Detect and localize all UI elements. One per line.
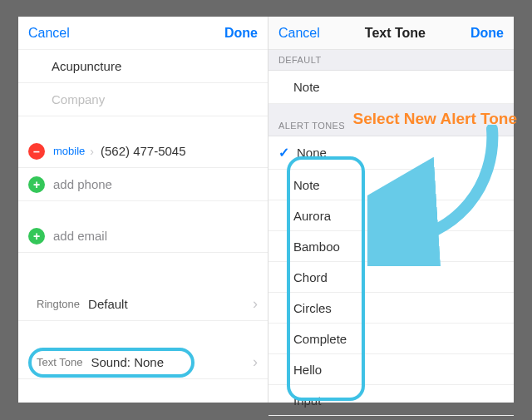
section-header-default: DEFAULT: [268, 50, 514, 71]
tone-row[interactable]: Note: [268, 170, 514, 200]
contact-name-field[interactable]: Acupuncture: [18, 50, 268, 83]
tone-row-selected[interactable]: ✓ None: [268, 136, 514, 170]
tone-row[interactable]: Circles: [268, 293, 514, 324]
remove-icon[interactable]: –: [28, 143, 45, 160]
texttone-value: Sound: None: [91, 355, 164, 369]
tone-label: Input: [293, 393, 321, 408]
ringtone-label: Ringtone: [37, 298, 80, 310]
page-title: Text Tone: [365, 26, 426, 41]
phone-type[interactable]: mobile: [53, 145, 85, 157]
ringtone-value: Default: [88, 297, 128, 311]
phone-number[interactable]: (562) 477-5045: [101, 144, 186, 158]
checkmark-icon: ✓: [275, 145, 292, 161]
tone-row[interactable]: Aurora: [268, 200, 514, 231]
chevron-right-icon: ›: [253, 353, 258, 371]
tone-row[interactable]: Input: [268, 385, 514, 416]
tone-row[interactable]: Complete: [268, 324, 514, 354]
chevron-right-icon: ›: [90, 145, 94, 158]
add-email-label: add email: [53, 229, 107, 243]
add-icon: +: [28, 176, 45, 193]
texttone-row[interactable]: Text Tone Sound: None ›: [18, 346, 268, 379]
tone-row[interactable]: Bamboo: [268, 231, 514, 262]
tone-label: Note: [293, 178, 320, 192]
default-tone: Note: [293, 80, 320, 94]
done-button[interactable]: Done: [470, 26, 504, 41]
tone-label: Chord: [293, 270, 328, 284]
tone-row[interactable]: Chord: [268, 262, 514, 293]
cancel-button[interactable]: Cancel: [28, 26, 70, 41]
add-phone-row[interactable]: + add phone: [18, 168, 268, 201]
tone-label: Bamboo: [293, 240, 340, 254]
done-button[interactable]: Done: [224, 26, 258, 41]
add-email-row[interactable]: + add email: [18, 220, 268, 253]
add-icon: +: [28, 228, 45, 245]
navbar-right: Cancel Text Tone Done: [268, 17, 514, 50]
contact-name: Acupuncture: [52, 59, 121, 73]
tone-label: Circles: [293, 301, 332, 315]
ringtone-row[interactable]: Ringtone Default ›: [18, 288, 268, 321]
contact-edit-pane: Cancel Done Acupuncture Company – mobile…: [18, 17, 268, 403]
phone-row[interactable]: – mobile › (562) 477-5045: [18, 135, 268, 168]
default-tone-row[interactable]: Note: [268, 71, 514, 104]
company-placeholder: Company: [52, 92, 105, 106]
tone-label: Complete: [293, 332, 347, 346]
section-header-alert: ALERT TONES: [268, 104, 514, 136]
tone-label: Hello: [293, 363, 322, 377]
tone-label: None: [297, 146, 327, 160]
tone-label: Aurora: [293, 209, 331, 223]
texttone-picker-pane: Cancel Text Tone Done DEFAULT Note ALERT…: [268, 17, 514, 403]
company-field[interactable]: Company: [18, 83, 268, 116]
chevron-right-icon: ›: [253, 295, 258, 313]
tone-row[interactable]: Hello: [268, 354, 514, 385]
cancel-button[interactable]: Cancel: [278, 26, 320, 41]
texttone-label: Text Tone: [37, 356, 82, 368]
add-phone-label: add phone: [53, 177, 112, 191]
navbar-left: Cancel Done: [18, 17, 268, 50]
